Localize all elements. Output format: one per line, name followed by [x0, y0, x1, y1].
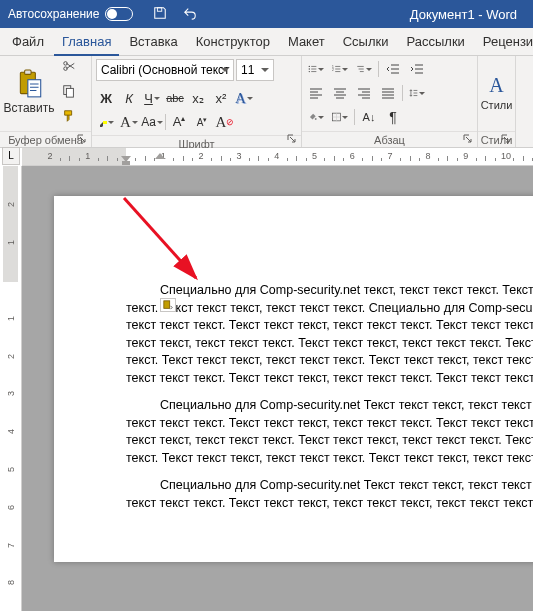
font-color-button[interactable]: A	[119, 112, 139, 132]
tab-selector[interactable]: L	[2, 147, 20, 165]
underline-button[interactable]: Ч	[142, 88, 162, 108]
indent-icon	[410, 62, 424, 76]
clear-formatting-button[interactable]: A⊘	[215, 112, 235, 132]
justify-button[interactable]	[378, 83, 398, 103]
styles-label: Стили	[481, 99, 513, 111]
tab-mailings[interactable]: Рассылки	[398, 29, 472, 55]
shading-button[interactable]	[306, 107, 326, 127]
svg-rect-0	[158, 7, 162, 11]
styles-button[interactable]: A Стили	[479, 72, 515, 115]
highlight-button[interactable]	[96, 112, 116, 132]
paste-button[interactable]: Вставить	[4, 59, 56, 125]
align-right-button[interactable]	[354, 83, 374, 103]
subscript-button[interactable]: x₂	[188, 88, 208, 108]
bullets-button[interactable]	[306, 59, 326, 79]
bullet-list-icon	[308, 62, 317, 76]
show-marks-button[interactable]: ¶	[383, 107, 403, 127]
svg-point-7	[309, 68, 310, 69]
paragraph[interactable]: Специально для Comp-security.net текст, …	[126, 282, 533, 387]
cut-button[interactable]	[60, 57, 78, 78]
align-justify-icon	[381, 86, 395, 100]
paste-options-button[interactable]	[160, 298, 176, 312]
paste-options-icon	[163, 300, 173, 310]
borders-icon	[332, 110, 341, 124]
paragraph[interactable]: Специально для Comp-security.net Текст т…	[126, 477, 533, 512]
outdent-icon	[386, 62, 400, 76]
vertical-ruler[interactable]: 21123456789101112131415	[0, 166, 22, 611]
dialog-launcher-icon[interactable]	[463, 133, 475, 145]
svg-rect-2	[25, 70, 31, 74]
copy-icon	[62, 84, 76, 98]
page[interactable]: Специально для Comp-security.net текст, …	[54, 196, 533, 562]
line-spacing-button[interactable]	[407, 83, 427, 103]
group-font: Calibri (Основной текст 11 Ж К Ч abc x₂ …	[92, 56, 302, 147]
number-list-icon: 12	[332, 62, 341, 76]
dialog-launcher-icon[interactable]	[77, 133, 89, 145]
group-clipboard: Вставить Буфер обмена	[0, 56, 92, 147]
font-size-combo[interactable]: 11	[236, 59, 274, 81]
svg-point-11	[315, 118, 317, 120]
ribbon: Вставить Буфер обмена Calibri (Основной …	[0, 56, 533, 148]
svg-rect-13	[164, 301, 170, 309]
line-spacing-icon	[409, 86, 418, 100]
tab-insert[interactable]: Вставка	[121, 29, 185, 55]
scissors-icon	[62, 59, 76, 73]
text-effects-button[interactable]: A	[234, 88, 254, 108]
toggle-off-icon[interactable]	[105, 7, 133, 21]
save-icon[interactable]	[151, 4, 169, 25]
undo-icon[interactable]	[181, 4, 199, 25]
group-paragraph: 12 А↓ ¶ Абзац	[302, 56, 478, 147]
shrink-font-button[interactable]: A▾	[192, 112, 212, 132]
document-area[interactable]: Специально для Comp-security.net текст, …	[22, 166, 533, 611]
tab-home[interactable]: Главная	[54, 29, 119, 55]
increase-indent-button[interactable]	[407, 59, 427, 79]
tab-layout[interactable]: Макет	[280, 29, 333, 55]
paste-label: Вставить	[4, 101, 55, 115]
svg-point-8	[309, 71, 310, 72]
copy-button[interactable]	[60, 82, 78, 103]
clipboard-paste-icon	[17, 69, 43, 99]
autosave-toggle[interactable]: Автосохранение	[8, 7, 133, 21]
multilevel-list-button[interactable]	[354, 59, 374, 79]
align-left-icon	[309, 86, 323, 100]
decrease-indent-button[interactable]	[383, 59, 403, 79]
group-paragraph-label: Абзац	[302, 131, 477, 147]
title-bar: Автосохранение Документ1 - Word	[0, 0, 533, 28]
italic-button[interactable]: К	[119, 88, 139, 108]
horizontal-ruler[interactable]: 21123456789101112	[22, 148, 533, 166]
align-center-icon	[333, 86, 347, 100]
sort-button[interactable]: А↓	[359, 107, 379, 127]
tab-design[interactable]: Конструктор	[188, 29, 278, 55]
borders-button[interactable]	[330, 107, 350, 127]
dialog-launcher-icon[interactable]	[287, 133, 299, 145]
change-case-button[interactable]: Aa	[142, 112, 162, 132]
svg-rect-5	[66, 88, 73, 97]
svg-rect-3	[28, 80, 41, 97]
numbering-button[interactable]: 12	[330, 59, 350, 79]
format-painter-button[interactable]	[60, 107, 78, 128]
document-title: Документ1 - Word	[410, 7, 517, 22]
tab-file[interactable]: Файл	[4, 29, 52, 55]
grow-font-button[interactable]: A▴	[169, 112, 189, 132]
align-left-button[interactable]	[306, 83, 326, 103]
align-center-button[interactable]	[330, 83, 350, 103]
align-right-icon	[357, 86, 371, 100]
tab-references[interactable]: Ссылки	[335, 29, 397, 55]
paragraph[interactable]: Специально для Comp-security.net Текст т…	[126, 397, 533, 467]
svg-text:2: 2	[332, 68, 334, 72]
paintbrush-icon	[62, 109, 76, 123]
group-styles: A Стили Стили	[478, 56, 516, 147]
dialog-launcher-icon[interactable]	[501, 133, 513, 145]
tab-review[interactable]: Рецензирова	[475, 29, 533, 55]
font-name-combo[interactable]: Calibri (Основной текст	[96, 59, 234, 81]
strikethrough-button[interactable]: abc	[165, 88, 185, 108]
svg-point-6	[309, 66, 310, 67]
autosave-label: Автосохранение	[8, 7, 99, 21]
superscript-button[interactable]: x²	[211, 88, 231, 108]
ribbon-tabs: Файл Главная Вставка Конструктор Макет С…	[0, 28, 533, 56]
bold-button[interactable]: Ж	[96, 88, 116, 108]
multilevel-list-icon	[356, 62, 365, 76]
styles-icon: A	[489, 74, 503, 97]
paint-bucket-icon	[308, 110, 317, 124]
